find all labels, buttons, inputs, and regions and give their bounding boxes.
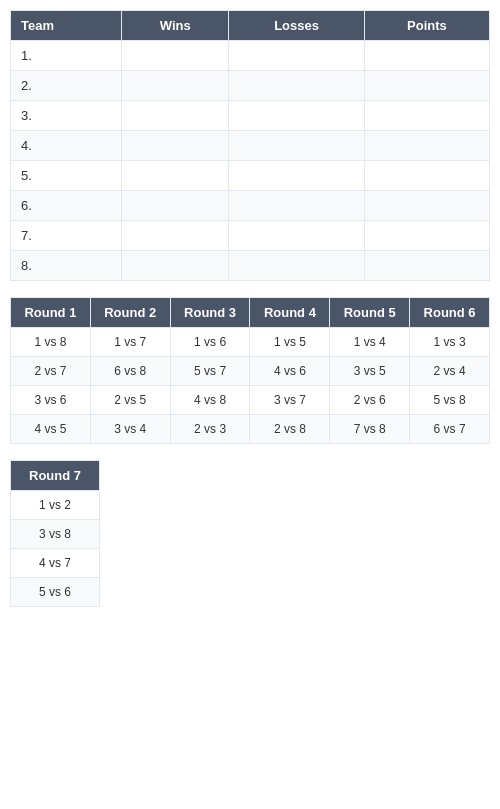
team-cell: 4. bbox=[11, 131, 122, 161]
team-cell: 8. bbox=[11, 251, 122, 281]
round-cell: 7 vs 8 bbox=[330, 415, 410, 444]
round-cell: 1 vs 8 bbox=[11, 328, 91, 357]
losses-cell bbox=[229, 191, 365, 221]
wins-cell bbox=[122, 161, 229, 191]
round-cell: 1 vs 3 bbox=[410, 328, 490, 357]
round-cell: 4 vs 8 bbox=[170, 386, 250, 415]
round-cell: 3 vs 6 bbox=[11, 386, 91, 415]
round7-cell: 5 vs 6 bbox=[11, 578, 100, 607]
round-cell: 6 vs 8 bbox=[90, 357, 170, 386]
round7-cell: 1 vs 2 bbox=[11, 491, 100, 520]
team-cell: 5. bbox=[11, 161, 122, 191]
round-header: Round 5 bbox=[330, 298, 410, 328]
round-cell: 3 vs 5 bbox=[330, 357, 410, 386]
losses-cell bbox=[229, 101, 365, 131]
round-header: Round 4 bbox=[250, 298, 330, 328]
round-cell: 1 vs 6 bbox=[170, 328, 250, 357]
losses-cell bbox=[229, 161, 365, 191]
round-header: Round 1 bbox=[11, 298, 91, 328]
round-cell: 1 vs 4 bbox=[330, 328, 410, 357]
team-cell: 1. bbox=[11, 41, 122, 71]
round-header: Round 3 bbox=[170, 298, 250, 328]
losses-cell bbox=[229, 41, 365, 71]
round-header: Round 6 bbox=[410, 298, 490, 328]
round7-cell: 4 vs 7 bbox=[11, 549, 100, 578]
losses-cell bbox=[229, 71, 365, 101]
round-cell: 2 vs 6 bbox=[330, 386, 410, 415]
wins-header: Wins bbox=[122, 11, 229, 41]
round-cell: 5 vs 7 bbox=[170, 357, 250, 386]
wins-cell bbox=[122, 191, 229, 221]
round-cell: 3 vs 7 bbox=[250, 386, 330, 415]
points-cell bbox=[364, 221, 489, 251]
wins-cell bbox=[122, 71, 229, 101]
round-cell: 2 vs 3 bbox=[170, 415, 250, 444]
wins-cell bbox=[122, 221, 229, 251]
standings-table: Team Wins Losses Points 1.2.3.4.5.6.7.8. bbox=[10, 10, 490, 281]
team-cell: 6. bbox=[11, 191, 122, 221]
rounds-table: Round 1Round 2Round 3Round 4Round 5Round… bbox=[10, 297, 490, 444]
round-cell: 5 vs 8 bbox=[410, 386, 490, 415]
round-cell: 1 vs 7 bbox=[90, 328, 170, 357]
losses-cell bbox=[229, 221, 365, 251]
losses-header: Losses bbox=[229, 11, 365, 41]
round-cell: 4 vs 5 bbox=[11, 415, 91, 444]
round-cell: 2 vs 4 bbox=[410, 357, 490, 386]
points-cell bbox=[364, 161, 489, 191]
wins-cell bbox=[122, 251, 229, 281]
losses-cell bbox=[229, 131, 365, 161]
wins-cell bbox=[122, 101, 229, 131]
team-cell: 7. bbox=[11, 221, 122, 251]
points-cell bbox=[364, 131, 489, 161]
team-cell: 3. bbox=[11, 101, 122, 131]
round-cell: 4 vs 6 bbox=[250, 357, 330, 386]
round-cell: 2 vs 8 bbox=[250, 415, 330, 444]
round-cell: 2 vs 5 bbox=[90, 386, 170, 415]
losses-cell bbox=[229, 251, 365, 281]
round7-table: Round 7 1 vs 23 vs 84 vs 75 vs 6 bbox=[10, 460, 100, 607]
round7-header: Round 7 bbox=[11, 461, 100, 491]
round-cell: 6 vs 7 bbox=[410, 415, 490, 444]
team-cell: 2. bbox=[11, 71, 122, 101]
points-header: Points bbox=[364, 11, 489, 41]
round7-cell: 3 vs 8 bbox=[11, 520, 100, 549]
round-cell: 1 vs 5 bbox=[250, 328, 330, 357]
wins-cell bbox=[122, 41, 229, 71]
points-cell bbox=[364, 251, 489, 281]
points-cell bbox=[364, 41, 489, 71]
points-cell bbox=[364, 101, 489, 131]
wins-cell bbox=[122, 131, 229, 161]
round-cell: 2 vs 7 bbox=[11, 357, 91, 386]
round-cell: 3 vs 4 bbox=[90, 415, 170, 444]
team-header: Team bbox=[11, 11, 122, 41]
points-cell bbox=[364, 71, 489, 101]
round-header: Round 2 bbox=[90, 298, 170, 328]
points-cell bbox=[364, 191, 489, 221]
